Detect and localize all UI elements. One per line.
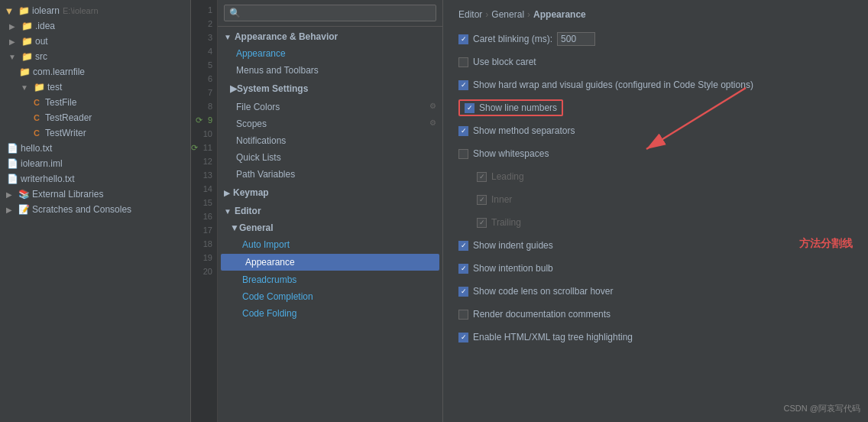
show-intention-bulb-checkbox[interactable]	[458, 264, 468, 274]
option-show-intention-bulb[interactable]: Show intention bulb	[458, 260, 853, 277]
option-show-indent-guides[interactable]: Show indent guides	[458, 237, 853, 254]
chevron-down-icon: ▼	[224, 207, 232, 216]
enable-html-xml-checkbox[interactable]	[458, 333, 468, 342]
tree-item-external-libraries[interactable]: ▶ 📚 External Libraries	[0, 187, 190, 202]
option-inner[interactable]: Inner	[477, 191, 853, 208]
folder-icon: 📁	[18, 66, 31, 78]
option-show-line-numbers[interactable]: Show line numbers	[458, 99, 853, 116]
line-num-1: 1	[208, 3, 212, 17]
settings-subgroup-header-system[interactable]: ▶ System Settings	[218, 80, 442, 97]
show-indent-guides-checkbox-wrap[interactable]: Show indent guides	[458, 240, 553, 251]
chevron-icon: ▶	[6, 20, 18, 32]
line-num-9: ⟳9	[208, 113, 212, 127]
option-show-method-separators[interactable]: Show method separators	[458, 122, 853, 139]
option-show-hard-wrap[interactable]: Show hard wrap and visual guides (config…	[458, 76, 853, 93]
option-leading[interactable]: Leading	[477, 168, 853, 185]
file-colors-icon: ⚙	[429, 102, 436, 112]
tree-item-testwriter[interactable]: C TestWriter	[0, 125, 190, 141]
option-show-whitespaces[interactable]: Show whitespaces	[458, 145, 853, 162]
settings-item-path-variables[interactable]: Path Variables	[218, 166, 442, 183]
java-icon: C	[31, 112, 43, 124]
show-hard-wrap-checkbox-wrap[interactable]: Show hard wrap and visual guides (config…	[458, 80, 753, 90]
java-icon: C	[31, 127, 43, 139]
tree-item-hello-txt[interactable]: 📄 hello.txt	[0, 141, 190, 156]
tree-item-iolearn-iml[interactable]: 📄 iolearn.iml	[0, 156, 190, 171]
tree-item-testfile[interactable]: C TestFile	[0, 95, 190, 110]
settings-search-input[interactable]	[224, 5, 436, 21]
trailing-checkbox[interactable]	[477, 218, 487, 228]
show-whitespaces-checkbox-wrap[interactable]: Show whitespaces	[458, 148, 549, 159]
leading-label: Leading	[491, 171, 524, 182]
tree-item-scratches[interactable]: ▶ 📝 Scratches and Consoles	[0, 202, 190, 217]
leading-checkbox-wrap[interactable]: Leading	[477, 171, 524, 182]
render-doc-comments-label: Render documentation comments	[473, 309, 611, 320]
line-num-18: 18	[203, 237, 212, 251]
show-whitespaces-checkbox[interactable]	[458, 149, 468, 159]
settings-item-file-colors[interactable]: File Colors ⚙	[218, 99, 442, 115]
settings-item-scopes[interactable]: Scopes ⚙	[218, 115, 442, 132]
settings-item-notifications[interactable]: Notifications	[218, 132, 442, 149]
settings-item-menus-toolbars[interactable]: Menus and Toolbars	[218, 62, 442, 79]
show-intention-bulb-checkbox-wrap[interactable]: Show intention bulb	[458, 263, 553, 274]
breadcrumb-sep-1: ›	[485, 9, 488, 20]
trailing-checkbox-wrap[interactable]: Trailing	[477, 217, 521, 228]
caret-blinking-checkbox-wrap[interactable]: Caret blinking (ms):	[458, 34, 552, 44]
show-code-lens-checkbox-wrap[interactable]: Show code lens on scrollbar hover	[458, 286, 613, 297]
tree-item-testreader[interactable]: C TestReader	[0, 110, 190, 125]
show-code-lens-checkbox[interactable]	[458, 287, 468, 297]
settings-group-header-keymap[interactable]: ▶ Keymap	[218, 184, 442, 201]
tree-item-out[interactable]: ▶ 📁 out	[0, 34, 190, 49]
show-method-separators-checkbox-wrap[interactable]: Show method separators	[458, 125, 575, 136]
show-method-separators-checkbox[interactable]	[458, 126, 468, 136]
settings-search-bar[interactable]	[218, 0, 442, 27]
tree-item-src[interactable]: ▼ 📁 src	[0, 49, 190, 64]
show-line-numbers-checkbox[interactable]	[465, 103, 474, 113]
settings-subitem-code-completion[interactable]: Code Completion	[218, 288, 442, 305]
settings-subgroup-header-general[interactable]: ▼ General	[218, 219, 442, 236]
tree-item-test[interactable]: ▼ 📁 test	[0, 80, 190, 95]
file-tree[interactable]: ▼ 📁 iolearn E:\iolearn ▶ 📁 .idea ▶ 📁 out…	[0, 0, 191, 422]
line-num-19: 19	[203, 251, 212, 265]
line-num-4: 4	[208, 44, 212, 58]
option-use-block-caret[interactable]: Use block caret	[458, 54, 853, 70]
caret-blinking-checkbox[interactable]	[458, 34, 468, 44]
inner-checkbox[interactable]	[477, 195, 487, 205]
inner-checkbox-wrap[interactable]: Inner	[477, 194, 512, 205]
use-block-caret-checkbox[interactable]	[458, 57, 468, 67]
tree-label: .idea	[35, 21, 55, 31]
settings-group-appearance-behavior: ▼ Appearance & Behavior Appearance Menus…	[218, 28, 442, 183]
settings-group-header-editor[interactable]: ▼ Editor	[218, 203, 442, 219]
tree-label: TestWriter	[45, 128, 86, 138]
option-enable-html-xml[interactable]: Enable HTML/XML tag tree highlighting	[458, 329, 853, 346]
tree-item-idea[interactable]: ▶ 📁 .idea	[0, 18, 190, 34]
settings-subitem-auto-import[interactable]: Auto Import	[218, 236, 442, 253]
tree-item-com-learnfile[interactable]: 📁 com.learnfile	[0, 64, 190, 80]
show-indent-guides-checkbox[interactable]	[458, 241, 468, 251]
caret-blinking-input[interactable]	[557, 32, 595, 46]
settings-group-header-appearance-behavior[interactable]: ▼ Appearance & Behavior	[218, 28, 442, 45]
tree-item-iolearn[interactable]: ▼ 📁 iolearn E:\iolearn	[0, 3, 190, 18]
option-render-doc-comments[interactable]: Render documentation comments	[458, 306, 853, 323]
line-num-16: 16	[203, 209, 212, 223]
inner-label: Inner	[491, 194, 512, 205]
settings-item-appearance[interactable]: Appearance	[218, 45, 442, 62]
file-icon: 📄	[6, 157, 18, 170]
enable-html-xml-checkbox-wrap[interactable]: Enable HTML/XML tag tree highlighting	[458, 332, 633, 342]
use-block-caret-checkbox-wrap[interactable]: Use block caret	[458, 57, 536, 67]
option-caret-blinking[interactable]: Caret blinking (ms):	[458, 31, 853, 47]
settings-subitem-code-folding[interactable]: Code Folding	[218, 305, 442, 322]
render-doc-comments-checkbox[interactable]	[458, 310, 468, 320]
leading-checkbox[interactable]	[477, 172, 487, 182]
option-trailing[interactable]: Trailing	[477, 214, 853, 231]
settings-item-quick-lists[interactable]: Quick Lists	[218, 149, 442, 166]
settings-subitem-appearance[interactable]: Appearance	[221, 254, 439, 271]
settings-subitem-breadcrumbs[interactable]: Breadcrumbs	[218, 271, 442, 288]
line-num-10: 10	[203, 127, 212, 141]
render-doc-comments-checkbox-wrap[interactable]: Render documentation comments	[458, 309, 611, 320]
show-hard-wrap-checkbox[interactable]	[458, 80, 468, 90]
tree-item-writerhello[interactable]: 📄 writerhello.txt	[0, 171, 190, 187]
tree-label: hello.txt	[21, 143, 52, 154]
option-show-code-lens[interactable]: Show code lens on scrollbar hover	[458, 283, 853, 300]
show-intention-bulb-label: Show intention bulb	[473, 263, 553, 274]
group-label: Appearance & Behavior	[235, 31, 338, 42]
